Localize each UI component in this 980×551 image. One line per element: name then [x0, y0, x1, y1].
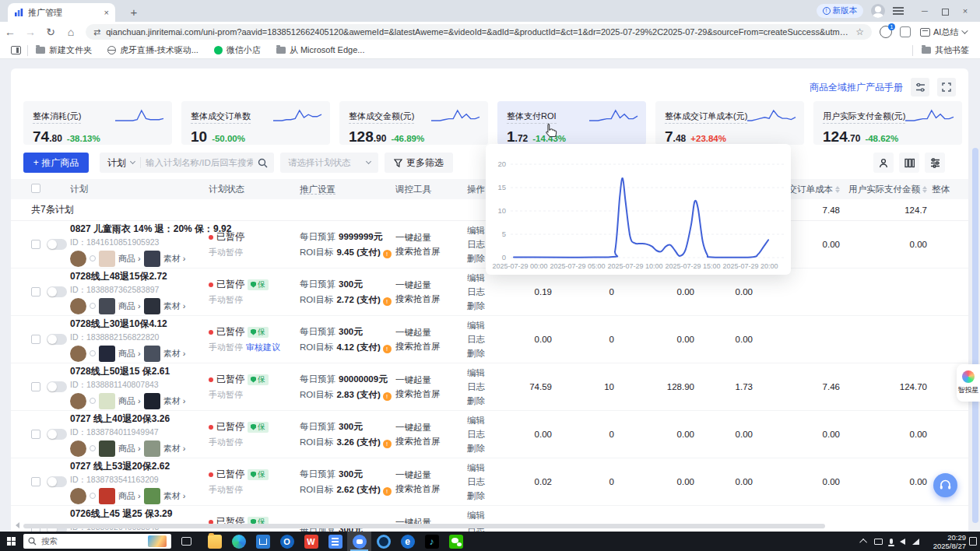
search-top-screen-link[interactable]: 搜索抢首屏 — [395, 244, 467, 258]
taskbar-file-explorer-icon[interactable] — [202, 532, 227, 551]
maximize-button[interactable] — [935, 0, 955, 22]
log-link[interactable]: 日志 — [467, 427, 502, 441]
row-checkbox[interactable] — [31, 287, 40, 297]
plan-type-select[interactable]: 计划 — [100, 156, 140, 170]
one-key-boost-link[interactable]: 一键起量 — [395, 468, 467, 482]
close-button[interactable]: × — [955, 0, 975, 22]
info-icon[interactable]: ! — [383, 487, 392, 496]
action-center-icon[interactable] — [969, 537, 977, 546]
collections-icon[interactable] — [900, 26, 911, 37]
col-tools[interactable]: 调控工具 — [395, 184, 467, 195]
taskbar-outlook-icon[interactable] — [275, 532, 299, 551]
plan-status-select[interactable]: 请选择计划状态 — [280, 153, 378, 173]
minimize-button[interactable]: ─ — [915, 0, 935, 22]
one-key-boost-link[interactable]: 一键起量 — [395, 278, 467, 292]
plan-title[interactable]: 0726线上45 退25 保3.29 — [70, 507, 209, 521]
search-icon[interactable] — [258, 158, 268, 168]
taskbar-chat-active-icon[interactable] — [347, 532, 371, 551]
bookmark-item[interactable]: 从 Microsoft Edge... — [276, 44, 365, 56]
review-suggestion-link[interactable]: 审核建议 — [246, 342, 280, 353]
metric-card[interactable]: 整体成交订单数 10 -50.00% — [181, 101, 330, 145]
page-scrollbar[interactable] — [972, 148, 978, 523]
plan-title[interactable]: 0728线上50退15 保2.61 — [70, 365, 209, 378]
col-user-pay[interactable]: 用户实际支付金额 — [845, 184, 932, 195]
taskbar-ring-icon[interactable] — [371, 532, 395, 551]
custom-audience-button[interactable] — [873, 153, 894, 173]
taskbar-wps-icon[interactable] — [299, 532, 323, 551]
plan-title[interactable]: 0728线上30退10保4.12 — [70, 318, 209, 331]
taskbar-search[interactable]: 搜索 — [23, 534, 171, 549]
taskbar-edge-icon[interactable] — [227, 532, 251, 551]
tray-expand-icon[interactable] — [859, 539, 867, 546]
row-enable-toggle[interactable] — [47, 476, 67, 487]
plan-search-input[interactable] — [141, 158, 258, 167]
info-icon[interactable]: ! — [383, 250, 392, 258]
info-icon[interactable]: ! — [383, 392, 392, 401]
material-link[interactable]: 素材 › — [163, 253, 186, 265]
product-manual-link[interactable]: 商品全域推广产品手册 — [810, 81, 903, 94]
taskbar-wechat-icon[interactable] — [444, 532, 468, 551]
sort-icon[interactable] — [922, 186, 927, 193]
row-checkbox[interactable] — [31, 335, 40, 344]
start-button[interactable] — [0, 537, 23, 546]
edit-link[interactable]: 编辑 — [467, 366, 502, 380]
row-enable-toggle[interactable] — [47, 239, 67, 250]
plan-title[interactable]: 0728线上48退15保2.72 — [70, 270, 209, 283]
one-key-boost-link[interactable]: 一键起量 — [395, 373, 467, 387]
info-icon[interactable]: ! — [383, 297, 392, 306]
bookmark-item[interactable]: 微信小店 — [214, 44, 261, 56]
metric-card[interactable]: 用户实际支付金额(元) 124.70 -48.62% — [813, 101, 962, 145]
table-settings-button[interactable] — [925, 153, 945, 173]
row-enable-toggle[interactable] — [47, 286, 67, 297]
one-key-boost-link[interactable]: 一键起量 — [395, 230, 467, 244]
row-checkbox[interactable] — [31, 382, 40, 391]
col-status[interactable]: 计划状态 — [209, 184, 300, 195]
material-link[interactable]: 素材 › — [163, 490, 186, 502]
other-bookmarks[interactable]: 其他书签 — [922, 44, 969, 56]
ai-summary-button[interactable]: AI总结 — [920, 26, 972, 38]
info-icon[interactable]: ! — [383, 345, 392, 353]
row-enable-toggle[interactable] — [47, 381, 67, 392]
metric-card[interactable]: 整体支付ROI 1.72 -14.43% — [497, 101, 646, 145]
material-link[interactable]: 素材 › — [163, 348, 186, 360]
metric-card[interactable]: 整体成交金额(元) 128.90 -46.89% — [339, 101, 488, 145]
search-top-screen-link[interactable]: 搜索抢首屏 — [395, 292, 467, 306]
filter-settings-button[interactable] — [911, 78, 929, 97]
taskbar-clock[interactable]: 20:29 2025/8/27 — [933, 533, 966, 550]
log-link[interactable]: 日志 — [467, 285, 502, 299]
log-link[interactable]: 日志 — [467, 332, 502, 346]
search-top-screen-link[interactable]: 搜索抢首屏 — [395, 434, 467, 448]
material-link[interactable]: 素材 › — [163, 395, 186, 407]
delete-link[interactable]: 删除 — [467, 441, 502, 455]
more-filters-button[interactable]: 更多筛选 — [385, 153, 453, 173]
search-top-screen-link[interactable]: 搜索抢首屏 — [395, 387, 467, 401]
product-link[interactable]: 商品 › — [118, 490, 141, 502]
delete-link[interactable]: 删除 — [467, 394, 502, 408]
horizontal-scrollbar[interactable] — [23, 524, 825, 528]
profile-avatar[interactable] — [871, 4, 885, 18]
select-all-checkbox[interactable] — [31, 184, 40, 193]
delete-link[interactable]: 删除 — [467, 489, 502, 503]
back-button[interactable]: ← — [0, 26, 20, 38]
bookmark-item[interactable]: 新建文件夹 — [36, 44, 92, 56]
row-checkbox[interactable] — [31, 477, 40, 486]
site-info-icon[interactable]: ⇄ — [93, 27, 100, 37]
promote-product-button[interactable]: + 推广商品 — [23, 153, 89, 173]
search-top-screen-link[interactable]: 搜索抢首屏 — [395, 339, 467, 353]
sort-icon[interactable] — [835, 186, 840, 193]
edit-link[interactable]: 编辑 — [467, 318, 502, 332]
custom-columns-button[interactable] — [899, 153, 919, 173]
log-link[interactable]: 日志 — [467, 380, 502, 394]
browser-menu-icon[interactable] — [893, 7, 904, 15]
log-link[interactable]: 日志 — [467, 475, 502, 489]
network-icon[interactable] — [912, 539, 919, 545]
volume-icon[interactable] — [900, 539, 905, 545]
mic-icon[interactable] — [890, 539, 893, 544]
product-link[interactable]: 商品 › — [118, 443, 141, 454]
edit-link[interactable]: 编辑 — [467, 461, 502, 475]
bookmark-star-icon[interactable]: ☆ — [855, 26, 864, 37]
plan-title[interactable]: 0727 线上40退20保3.26 — [70, 412, 209, 426]
new-version-badge[interactable]: ! 新版本 — [817, 4, 864, 18]
edit-link[interactable]: 编辑 — [467, 413, 502, 427]
browser-tab[interactable]: 推广管理 × — [8, 3, 115, 22]
